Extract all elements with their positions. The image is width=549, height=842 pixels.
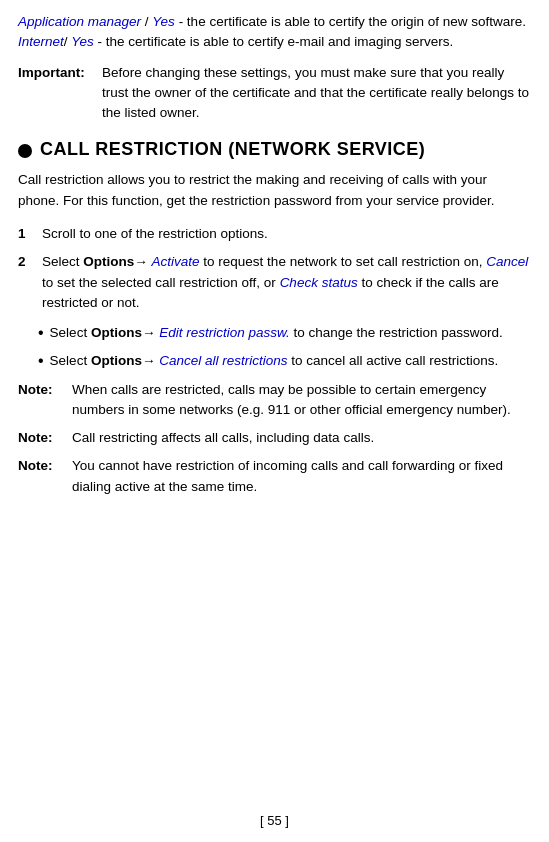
sub-bullet-1-content: Select Options→ Edit restriction passw. … (50, 323, 531, 343)
section-title: CALL RESTRICTION (NETWORK SERVICE) (40, 139, 425, 160)
note-block-3: Note: You cannot have restriction of inc… (18, 456, 531, 497)
important-text: Before changing these settings, you must… (102, 63, 531, 124)
yes2-link[interactable]: Yes (71, 34, 94, 49)
note-2-text: Call restricting affects all calls, incl… (72, 428, 531, 448)
line2-suffix: - the certificate is able to certify e-m… (94, 34, 453, 49)
sb2-arrow: → (142, 353, 159, 368)
sub-bullet-2: • Select Options→ Cancel all restriction… (38, 351, 531, 371)
page-container: Application manager / Yes - the certific… (0, 0, 549, 545)
step2-cancel-link[interactable]: Cancel (486, 254, 528, 269)
step-1-text: Scroll to one of the restriction options… (42, 224, 531, 244)
internet-link[interactable]: Internet (18, 34, 64, 49)
sb1-suffix: to change the restriction password. (290, 325, 503, 340)
step2-activate-link[interactable]: Activate (152, 254, 200, 269)
note-3-label: Note: (18, 456, 68, 497)
step-2: 2 Select Options→ Activate to request th… (18, 252, 531, 313)
bullet-sym-2: • (38, 351, 44, 371)
step-2-content: Select Options→ Activate to request the … (42, 252, 531, 313)
top-links: Application manager / Yes - the certific… (18, 12, 531, 53)
sb2-suffix: to cancel all active call restrictions. (287, 353, 498, 368)
step-1: 1 Scroll to one of the restriction optio… (18, 224, 531, 244)
step2-middle2: to set the selected call restriction off… (42, 275, 280, 290)
separator-1: / (141, 14, 152, 29)
top-line-1: Application manager / Yes - the certific… (18, 12, 531, 32)
bullet-dot-icon (18, 144, 32, 158)
bullet-sym-1: • (38, 323, 44, 343)
sub-bullet-1: • Select Options→ Edit restriction passw… (38, 323, 531, 343)
sb2-options-bold: Options (91, 353, 142, 368)
app-manager-link[interactable]: Application manager (18, 14, 141, 29)
note-block-1: Note: When calls are restricted, calls m… (18, 380, 531, 421)
sub-bullet-list: • Select Options→ Edit restriction passw… (38, 323, 531, 372)
step2-arrow1: → (134, 254, 151, 269)
important-block: Important: Before changing these setting… (18, 63, 531, 124)
note-1-text: When calls are restricted, calls may be … (72, 380, 531, 421)
step2-options-bold: Options (83, 254, 134, 269)
line1-suffix: - the certificate is able to certify the… (175, 14, 526, 29)
sb1-link[interactable]: Edit restriction passw. (159, 325, 290, 340)
sb2-prefix: Select (50, 353, 91, 368)
page-number: [ 55 ] (260, 813, 289, 828)
sub-bullet-2-content: Select Options→ Cancel all restrictions … (50, 351, 531, 371)
sb1-prefix: Select (50, 325, 91, 340)
important-label: Important: (18, 63, 98, 124)
yes1-link[interactable]: Yes (152, 14, 175, 29)
section-intro: Call restriction allows you to restrict … (18, 170, 531, 212)
sb2-link[interactable]: Cancel all restrictions (159, 353, 287, 368)
page-footer: [ 55 ] (0, 813, 549, 828)
note-2-label: Note: (18, 428, 68, 448)
section-heading: CALL RESTRICTION (NETWORK SERVICE) (18, 139, 531, 160)
step-1-num: 1 (18, 224, 36, 244)
step2-middle: to request the network to set call restr… (200, 254, 487, 269)
step2-select-prefix: Select (42, 254, 83, 269)
note-3-text: You cannot have restriction of incoming … (72, 456, 531, 497)
top-line-2: Internet/ Yes - the certificate is able … (18, 32, 531, 52)
step2-checkstatus-link[interactable]: Check status (280, 275, 358, 290)
sb1-arrow: → (142, 325, 159, 340)
numbered-list: 1 Scroll to one of the restriction optio… (18, 224, 531, 313)
step-2-num: 2 (18, 252, 36, 313)
note-block-2: Note: Call restricting affects all calls… (18, 428, 531, 448)
sb1-options-bold: Options (91, 325, 142, 340)
note-1-label: Note: (18, 380, 68, 421)
